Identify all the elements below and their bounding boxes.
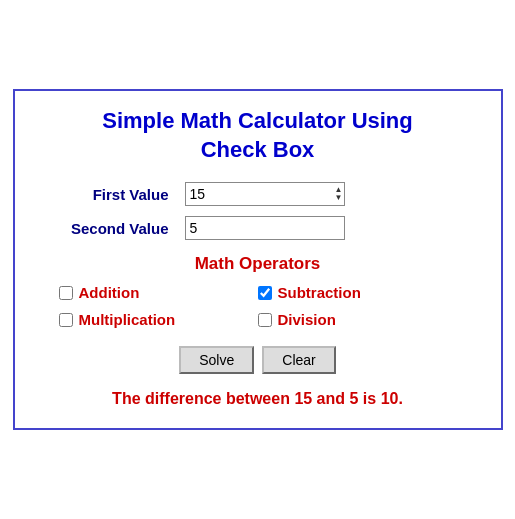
checkbox-multiplication-label: Multiplication [79,311,176,328]
checkbox-division-item: Division [258,311,457,328]
title-line2: Check Box [201,137,315,162]
clear-button[interactable]: Clear [262,346,335,374]
button-row: Solve Clear [39,346,477,374]
second-value-input[interactable] [185,216,345,240]
checkboxes-grid: Addition Subtraction Multiplication Divi… [39,284,477,328]
solve-button[interactable]: Solve [179,346,254,374]
checkbox-subtraction-item: Subtraction [258,284,457,301]
first-value-spinner: ▲ ▼ [185,182,345,206]
second-value-row: Second Value [39,216,477,240]
operators-title: Math Operators [39,254,477,274]
second-value-label: Second Value [39,220,169,237]
result-text: The difference between 15 and 5 is 10. [39,390,477,408]
spinner-down[interactable]: ▼ [335,194,343,202]
checkbox-addition[interactable] [59,286,73,300]
checkbox-subtraction-label: Subtraction [278,284,361,301]
first-value-row: First Value ▲ ▼ [39,182,477,206]
checkbox-addition-item: Addition [59,284,258,301]
checkbox-multiplication[interactable] [59,313,73,327]
title-line1: Simple Math Calculator Using [102,108,413,133]
checkbox-multiplication-item: Multiplication [59,311,258,328]
checkbox-subtraction[interactable] [258,286,272,300]
first-value-label: First Value [39,186,169,203]
first-value-input[interactable] [185,182,345,206]
checkbox-division[interactable] [258,313,272,327]
checkbox-addition-label: Addition [79,284,140,301]
main-window: Simple Math Calculator Using Check Box F… [13,89,503,430]
checkbox-division-label: Division [278,311,336,328]
app-title: Simple Math Calculator Using Check Box [39,107,477,164]
spinner-arrows: ▲ ▼ [335,182,343,206]
